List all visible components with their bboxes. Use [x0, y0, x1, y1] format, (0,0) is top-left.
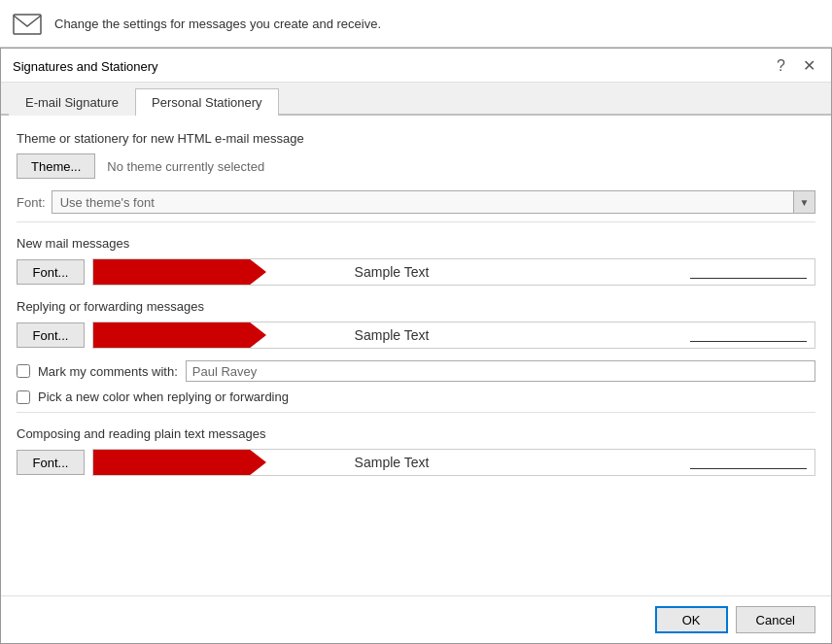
dialog-titlebar: Signatures and Stationery ? ✕ [1, 49, 831, 83]
header-bar: Change the settings for messages you cre… [0, 0, 832, 48]
header-description: Change the settings for messages you cre… [54, 17, 381, 31]
new-mail-sample-area: Sample Text [92, 258, 815, 286]
composing-label: Composing and reading plain text message… [17, 426, 815, 441]
replying-underline [690, 341, 807, 342]
font-dropdown-arrow-icon: ▼ [793, 191, 815, 213]
tab-personal-stationery[interactable]: Personal Stationery [135, 88, 278, 116]
mark-comments-label: Mark my comments with: [38, 364, 178, 379]
mark-comments-input[interactable] [186, 360, 815, 382]
replying-red-arrow [93, 322, 249, 348]
font-row: Font: Use theme's font ▼ [17, 190, 815, 214]
font-select[interactable]: Use theme's font ▼ [52, 190, 815, 214]
pick-color-checkbox[interactable] [17, 390, 30, 404]
theme-section-label: Theme or stationery for new HTML e-mail … [17, 131, 815, 146]
mark-comments-checkbox[interactable] [17, 364, 30, 378]
svg-rect-0 [14, 15, 41, 34]
theme-button[interactable]: Theme... [17, 153, 95, 179]
replying-font-row: Font... Sample Text [17, 322, 815, 349]
titlebar-controls: ? ✕ [773, 56, 819, 82]
new-mail-label: New mail messages [17, 236, 815, 251]
dialog-content: Theme or stationery for new HTML e-mail … [1, 116, 831, 595]
dialog-title: Signatures and Stationery [13, 59, 158, 80]
composing-sample-area: Sample Text [92, 449, 815, 476]
composing-font-button[interactable]: Font... [17, 450, 85, 475]
new-mail-underline [690, 278, 807, 279]
mark-comments-row: Mark my comments with: [17, 360, 815, 382]
font-label: Font: [17, 195, 46, 210]
tabs-bar: E-mail Signature Personal Stationery [1, 83, 831, 116]
replying-sample-area: Sample Text [92, 322, 815, 349]
cancel-button[interactable]: Cancel [736, 606, 815, 633]
no-theme-text: No theme currently selected [107, 159, 264, 174]
composing-red-arrow [93, 450, 249, 475]
dialog: Signatures and Stationery ? ✕ E-mail Sig… [0, 48, 832, 644]
pick-color-row: Pick a new color when replying or forwar… [17, 390, 815, 404]
divider-1 [17, 221, 815, 222]
new-mail-red-arrow [93, 259, 249, 285]
pick-color-label: Pick a new color when replying or forwar… [38, 390, 289, 404]
help-button[interactable]: ? [773, 56, 789, 76]
tab-email-signature[interactable]: E-mail Signature [9, 88, 135, 116]
divider-2 [17, 412, 815, 413]
composing-font-row: Font... Sample Text [17, 449, 815, 476]
new-mail-font-row: Font... Sample Text [17, 258, 815, 286]
theme-row: Theme... No theme currently selected [17, 153, 815, 179]
close-button[interactable]: ✕ [799, 56, 819, 76]
new-mail-font-button[interactable]: Font... [17, 259, 85, 285]
replying-label: Replying or forwarding messages [17, 299, 815, 314]
mail-settings-icon [12, 8, 43, 39]
ok-button[interactable]: OK [655, 606, 728, 633]
composing-underline [690, 468, 807, 469]
font-select-value: Use theme's font [60, 195, 785, 210]
dialog-footer: OK Cancel [1, 595, 831, 643]
replying-font-button[interactable]: Font... [17, 322, 85, 348]
